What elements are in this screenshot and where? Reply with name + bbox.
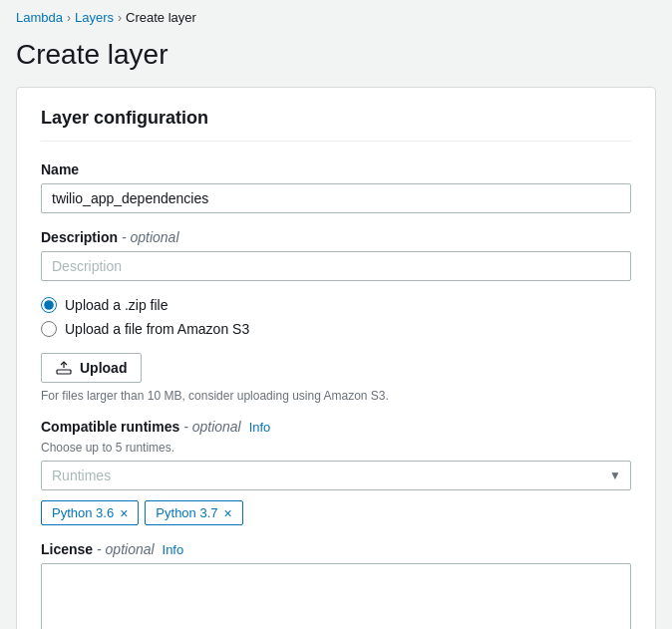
description-label: Description - optional xyxy=(41,229,631,245)
upload-hint: For files larger than 10 MB, consider up… xyxy=(41,389,631,403)
runtimes-select-wrapper: Runtimes Python 3.6 Python 3.7 Python 3.… xyxy=(41,461,631,490)
license-textarea[interactable] xyxy=(41,563,631,629)
upload-zip-option[interactable]: Upload a .zip file xyxy=(41,297,631,313)
breadcrumb-sep-1: › xyxy=(67,11,71,25)
upload-button[interactable]: Upload xyxy=(41,353,142,383)
upload-s3-radio[interactable] xyxy=(41,321,57,337)
breadcrumb-create-layer: Create layer xyxy=(126,10,196,25)
license-info-link[interactable]: Info xyxy=(163,542,184,557)
runtime-tags-row: Python 3.6 × Python 3.7 × xyxy=(41,500,631,525)
breadcrumb: Lambda › Layers › Create layer xyxy=(0,0,672,35)
license-label: License - optional Info xyxy=(41,541,631,557)
svg-rect-0 xyxy=(57,370,71,374)
upload-s3-option[interactable]: Upload a file from Amazon S3 xyxy=(41,321,631,337)
upload-group: Upload For files larger than 10 MB, cons… xyxy=(41,353,631,403)
layer-configuration-card: Layer configuration Name Description - o… xyxy=(16,87,656,629)
compatible-runtimes-info-link[interactable]: Info xyxy=(249,420,271,435)
tag-python36-label: Python 3.6 xyxy=(52,505,114,520)
compatible-runtimes-label: Compatible runtimes - optional Info xyxy=(41,419,631,435)
tag-python36: Python 3.6 × xyxy=(41,500,139,525)
breadcrumb-sep-2: › xyxy=(118,11,122,25)
name-field-group: Name xyxy=(41,161,631,213)
tag-python36-close[interactable]: × xyxy=(120,506,128,520)
page-title: Create layer xyxy=(0,35,672,87)
upload-zip-radio[interactable] xyxy=(41,297,57,313)
runtimes-sublabel: Choose up to 5 runtimes. xyxy=(41,441,631,455)
card-title: Layer configuration xyxy=(41,108,631,142)
tag-python37-close[interactable]: × xyxy=(224,506,232,520)
upload-button-label: Upload xyxy=(80,360,127,376)
runtimes-select[interactable]: Runtimes Python 3.6 Python 3.7 Python 3.… xyxy=(41,461,631,490)
breadcrumb-layers[interactable]: Layers xyxy=(75,10,114,25)
description-field-group: Description - optional xyxy=(41,229,631,281)
upload-type-radio-group: Upload a .zip file Upload a file from Am… xyxy=(41,297,631,337)
upload-zip-label: Upload a .zip file xyxy=(65,297,168,313)
tag-python37-label: Python 3.7 xyxy=(156,505,217,520)
license-field-group: License - optional Info xyxy=(41,541,631,629)
tag-python37: Python 3.7 × xyxy=(145,500,242,525)
name-label: Name xyxy=(41,161,631,177)
name-input[interactable] xyxy=(41,183,631,213)
compatible-runtimes-group: Compatible runtimes - optional Info Choo… xyxy=(41,419,631,525)
breadcrumb-lambda[interactable]: Lambda xyxy=(16,10,63,25)
upload-s3-label: Upload a file from Amazon S3 xyxy=(65,321,249,337)
description-input[interactable] xyxy=(41,251,631,281)
upload-icon xyxy=(56,361,72,375)
